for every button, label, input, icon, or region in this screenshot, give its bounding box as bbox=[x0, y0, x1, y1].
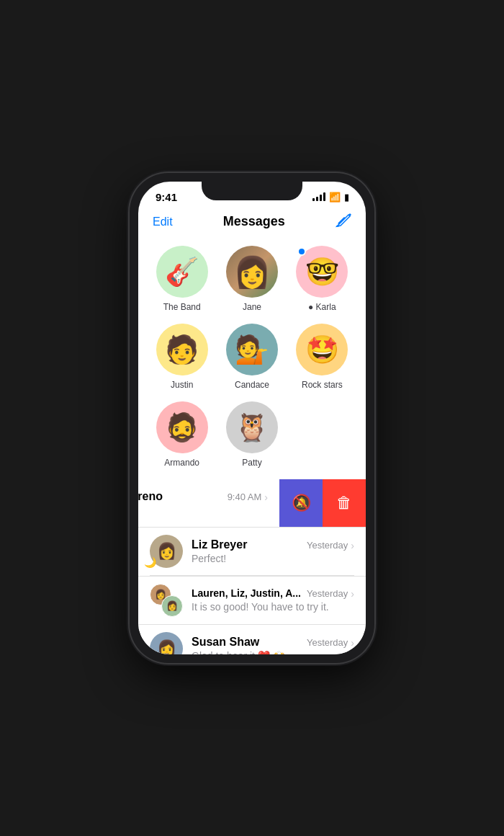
dnd-icon-liz: 🌙 bbox=[144, 556, 156, 568]
pin-justin[interactable]: 🧑 Justin bbox=[150, 324, 214, 390]
messages-header: Edit Messages bbox=[138, 209, 366, 240]
msg-name-rosa: sa Moreno bbox=[138, 490, 163, 503]
msg-time-group: Yesterday › bbox=[307, 588, 354, 600]
pin-armando[interactable]: 🧔 Armando bbox=[150, 401, 214, 468]
message-row-group[interactable]: 👩 👩 Lauren, Liz, Justin, A... Yesterday … bbox=[138, 577, 366, 626]
msg-name-liz: Liz Breyer bbox=[192, 538, 247, 551]
pin-label-justin: Justin bbox=[171, 380, 193, 390]
msg-content-liz: Liz Breyer Yesterday › Perfect! bbox=[192, 538, 354, 564]
avatar-jane: 👩 bbox=[226, 246, 278, 298]
phone-frame: 9:41 📶 ▮ Edit Messages bbox=[130, 173, 374, 663]
status-time: 9:41 bbox=[156, 191, 177, 203]
mute-button[interactable]: 🔕 bbox=[279, 479, 323, 527]
delete-button[interactable]: 🗑 bbox=[323, 479, 366, 527]
msg-time-susan: Yesterday › bbox=[307, 637, 354, 649]
message-row-rosa[interactable]: 👩 sa Moreno 9:40 AM › 😊 bbox=[138, 479, 279, 527]
avatar-susan: 👩 bbox=[150, 632, 183, 654]
msg-time-rosa: 9:40 AM › bbox=[228, 492, 268, 503]
pin-jane[interactable]: 👩 Jane bbox=[220, 246, 284, 312]
msg-name-susan: Susan Shaw bbox=[192, 636, 259, 649]
pinned-contacts-grid: 🎸 The Band 👩 Jane 🤓 ● Karla bbox=[138, 240, 366, 479]
pin-label-patty: Patty bbox=[242, 458, 261, 468]
avatar-rock-stars: 🤩 bbox=[296, 324, 348, 375]
message-list: 👩 🌙 Liz Breyer Yesterday › Perfect! bbox=[138, 528, 366, 654]
avatar-the-band: 🎸 bbox=[156, 246, 208, 298]
pin-label-rock-stars: Rock stars bbox=[302, 380, 343, 390]
msg-preview-rosa: 😊 bbox=[138, 504, 268, 516]
pin-label-candace: Candace bbox=[235, 380, 269, 390]
msg-preview-susan: Glad to hear it ❤️ 🙌 bbox=[192, 650, 354, 654]
page-title: Messages bbox=[223, 214, 285, 229]
avatar-armando: 🧔 bbox=[156, 401, 208, 453]
msg-time-liz: Yesterday › bbox=[307, 540, 354, 551]
msg-preview-liz: Perfect! bbox=[192, 553, 354, 564]
message-row-susan[interactable]: 👩 Susan Shaw Yesterday › Glad to hear it… bbox=[138, 625, 366, 654]
svg-rect-1 bbox=[336, 225, 339, 227]
avatar-justin: 🧑 bbox=[156, 324, 208, 375]
pin-label-karla: ● Karla bbox=[308, 302, 336, 312]
notch bbox=[202, 182, 302, 200]
compose-button[interactable] bbox=[336, 212, 351, 231]
pin-candace[interactable]: 💁 Candace bbox=[220, 324, 284, 390]
swipe-actions-rosa: 🔕 🗑 bbox=[279, 479, 366, 527]
msg-name-group: Lauren, Liz, Justin, A... bbox=[192, 587, 301, 599]
mute-icon: 🔕 bbox=[292, 494, 311, 512]
avatar-patty: 🦉 bbox=[226, 401, 278, 453]
edit-button[interactable]: Edit bbox=[153, 215, 173, 228]
msg-content-rosa: sa Moreno 9:40 AM › 😊 bbox=[138, 490, 268, 516]
pin-karla[interactable]: 🤓 ● Karla bbox=[290, 246, 354, 312]
msg-preview-group: It is so good! You have to try it. bbox=[192, 601, 354, 613]
swipe-row-rosa[interactable]: 👩 sa Moreno 9:40 AM › 😊 🔕 bbox=[138, 479, 366, 528]
pin-label-armando: Armando bbox=[164, 458, 199, 468]
status-icons: 📶 ▮ bbox=[312, 192, 348, 203]
phone-screen: 9:41 📶 ▮ Edit Messages bbox=[138, 182, 366, 654]
signal-icon bbox=[312, 192, 325, 201]
msg-content-susan: Susan Shaw Yesterday › Glad to hear it ❤… bbox=[192, 636, 354, 654]
battery-icon: ▮ bbox=[344, 192, 348, 203]
avatar-group: 👩 👩 bbox=[150, 584, 183, 617]
avatar-candace: 💁 bbox=[226, 324, 278, 375]
pin-the-band[interactable]: 🎸 The Band bbox=[150, 246, 214, 312]
pin-rock-stars[interactable]: 🤩 Rock stars bbox=[290, 324, 354, 390]
wifi-icon: 📶 bbox=[329, 192, 341, 203]
delete-icon: 🗑 bbox=[336, 494, 352, 512]
pin-patty[interactable]: 🦉 Patty bbox=[220, 401, 284, 468]
message-row-liz[interactable]: 👩 🌙 Liz Breyer Yesterday › Perfect! bbox=[138, 528, 366, 577]
msg-content-group: Lauren, Liz, Justin, A... Yesterday › It… bbox=[192, 587, 354, 613]
pin-label-the-band: The Band bbox=[163, 302, 201, 312]
pin-label-jane: Jane bbox=[243, 302, 261, 312]
svg-rect-0 bbox=[338, 217, 346, 225]
